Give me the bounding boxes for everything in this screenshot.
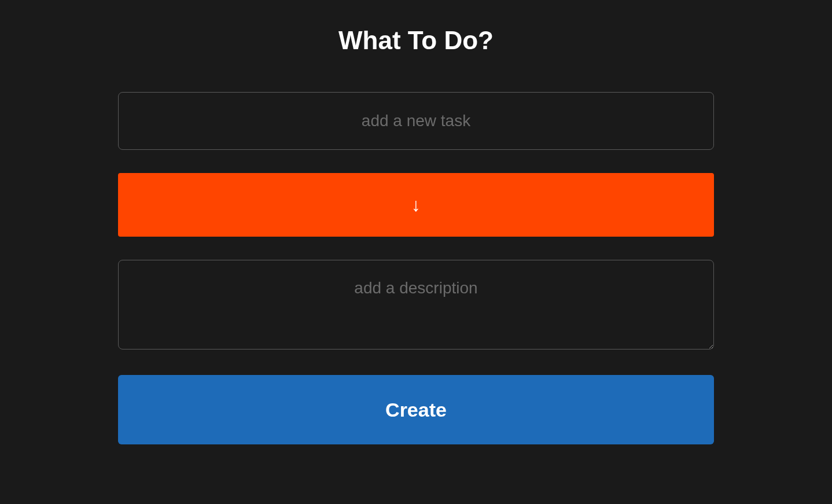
- description-input[interactable]: [118, 260, 714, 350]
- task-input[interactable]: [118, 92, 714, 150]
- main-container: What To Do? ↓ Create: [118, 26, 714, 444]
- page-title: What To Do?: [118, 26, 714, 55]
- arrow-down-icon: ↓: [411, 196, 421, 214]
- arrow-divider: ↓: [118, 173, 714, 237]
- create-button[interactable]: Create: [118, 375, 714, 444]
